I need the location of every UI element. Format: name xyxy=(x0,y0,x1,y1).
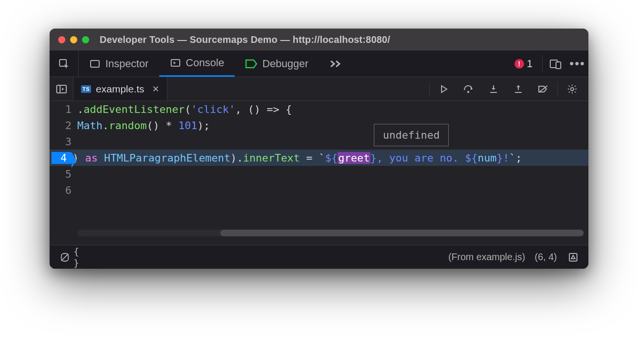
line-number[interactable]: 3 xyxy=(50,136,77,148)
inspector-tab[interactable]: Inspector xyxy=(79,51,159,77)
code-line: 2 Math.random() * 101); xyxy=(50,117,588,133)
line-number[interactable]: 1 xyxy=(50,103,77,115)
step-in-button[interactable] xyxy=(481,84,506,94)
filename-label: example.ts xyxy=(96,83,144,95)
code-line: 3 xyxy=(50,133,588,150)
debugger-label: Debugger xyxy=(262,58,309,70)
toggle-sources-pane-button[interactable] xyxy=(50,77,73,101)
pretty-print-button[interactable]: { } xyxy=(73,246,91,269)
svg-rect-4 xyxy=(556,62,561,69)
code-line: 6 xyxy=(50,182,588,198)
traffic-lights xyxy=(58,36,89,43)
code-line: 1 .addEventListener('click', () => { xyxy=(50,101,588,117)
devtools-window: Developer Tools — Sourcemaps Demo — http… xyxy=(50,29,588,269)
close-tab-button[interactable]: ✕ xyxy=(152,84,159,94)
step-over-button[interactable] xyxy=(456,84,481,94)
step-out-button[interactable] xyxy=(506,84,531,94)
file-tab-example-ts[interactable]: TS example.ts ✕ xyxy=(73,77,167,101)
debugger-tab[interactable]: Debugger xyxy=(235,51,319,77)
code-line: 5 xyxy=(50,166,588,182)
scrollbar-thumb[interactable] xyxy=(220,230,584,236)
debugger-controls xyxy=(427,77,588,101)
line-number[interactable]: 5 xyxy=(50,168,77,180)
minimize-window-button[interactable] xyxy=(70,36,77,43)
console-tab[interactable]: Console xyxy=(159,51,235,77)
console-label: Console xyxy=(186,57,225,69)
overflow-tabs-button[interactable] xyxy=(319,51,352,77)
code-editor[interactable]: 1 .addEventListener('click', () => { 2 M… xyxy=(50,101,588,245)
file-tab-bar: TS example.ts ✕ xyxy=(50,77,588,101)
line-number[interactable]: 2 xyxy=(50,120,77,131)
source-map-toggle-button[interactable] xyxy=(565,252,582,263)
kebab-menu-button[interactable]: ••• xyxy=(566,51,588,77)
responsive-design-button[interactable] xyxy=(545,51,566,77)
devtools-toolbar: Inspector Console Debugger ! 1 ••• xyxy=(50,51,588,77)
svg-point-7 xyxy=(467,91,469,92)
value-tooltip: undefined xyxy=(374,124,449,146)
typescript-badge-icon: TS xyxy=(81,85,91,93)
pick-element-button[interactable] xyxy=(50,51,79,77)
titlebar: Developer Tools — Sourcemaps Demo — http… xyxy=(50,29,588,51)
line-number-current[interactable]: 4 xyxy=(51,152,72,164)
svg-line-12 xyxy=(62,253,69,261)
inspector-icon xyxy=(89,58,101,70)
console-icon xyxy=(170,57,181,69)
statusbar: { } (From example.js) (6, 4) xyxy=(50,245,588,269)
close-window-button[interactable] xyxy=(58,36,65,43)
window-title: Developer Tools — Sourcemaps Demo — http… xyxy=(100,34,390,45)
svg-rect-5 xyxy=(57,85,66,93)
source-map-origin: (From example.js) xyxy=(448,252,525,263)
code-line-current: 4 ) as HTMLParagraphElement).innerText =… xyxy=(50,150,588,166)
blackbox-icon[interactable] xyxy=(56,252,73,263)
resume-button[interactable] xyxy=(432,84,456,94)
zoom-window-button[interactable] xyxy=(82,36,89,43)
svg-point-11 xyxy=(571,87,574,90)
debugger-settings-button[interactable] xyxy=(560,84,585,94)
error-count: 1 xyxy=(527,58,533,70)
horizontal-scrollbar[interactable] xyxy=(77,230,584,236)
svg-rect-1 xyxy=(91,61,99,67)
line-number[interactable]: 6 xyxy=(50,184,77,196)
cursor-position: (6, 4) xyxy=(535,252,557,263)
error-icon: ! xyxy=(515,59,524,69)
deactivate-breakpoints-button[interactable] xyxy=(531,84,556,94)
inspector-label: Inspector xyxy=(105,58,149,70)
debugger-icon xyxy=(245,59,257,69)
error-count-badge[interactable]: ! 1 xyxy=(507,51,540,77)
